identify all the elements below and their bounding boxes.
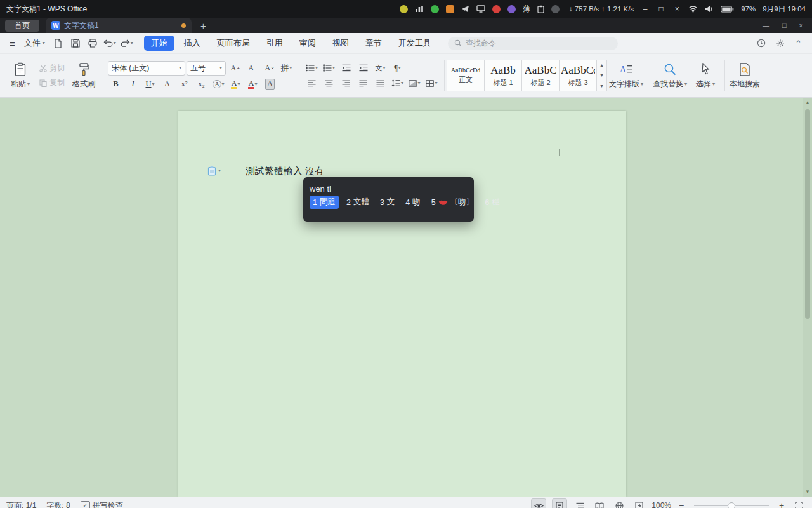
ime-candidate-1[interactable]: 1問題 xyxy=(310,196,339,209)
increase-indent-button[interactable] xyxy=(355,62,371,74)
sync-status-icon[interactable] xyxy=(757,39,766,48)
fullscreen-icon[interactable] xyxy=(792,499,806,508)
decrease-font-size-button[interactable]: A- xyxy=(244,62,260,74)
word-count[interactable]: 字数: 8 xyxy=(46,500,70,508)
window-minimize-icon[interactable]: — xyxy=(763,22,769,29)
select-button[interactable]: 选择▾ xyxy=(689,56,722,95)
collapse-ribbon-icon[interactable]: ⌃ xyxy=(795,39,802,48)
panel-maximize-icon[interactable]: □ xyxy=(657,4,665,13)
redo-button[interactable]: ▾ xyxy=(119,36,134,50)
style-scroll-down-icon[interactable]: ▼ xyxy=(597,70,606,80)
window-close-icon[interactable]: × xyxy=(799,22,803,29)
style-heading-1[interactable]: AaBb 标题 1 xyxy=(484,60,522,91)
panel-close-icon[interactable]: × xyxy=(672,4,681,13)
style-normal[interactable]: AaBbCcDd 正文 xyxy=(447,60,485,91)
copy-button[interactable]: 复制 xyxy=(39,77,65,88)
highlight-color-button[interactable]: A▾ xyxy=(228,78,244,91)
ribbon-tab-dev-tools[interactable]: 开发工具 xyxy=(391,36,438,51)
font-name-select[interactable]: 宋体 (正文)▾ xyxy=(108,61,185,76)
scrollbar-thumb[interactable] xyxy=(805,109,810,319)
battery-icon[interactable] xyxy=(721,6,734,13)
font-size-select[interactable]: 五号▾ xyxy=(187,61,226,76)
tray-app-orange-icon[interactable] xyxy=(446,5,454,13)
ribbon-tab-home[interactable]: 开始 xyxy=(144,36,174,51)
command-search-box[interactable]: 查找命令 xyxy=(448,37,618,50)
tray-clipboard-icon[interactable] xyxy=(537,5,544,13)
save-button[interactable] xyxy=(68,36,83,50)
tray-display-icon[interactable] xyxy=(476,5,485,13)
align-right-button[interactable] xyxy=(338,77,354,90)
print-button[interactable] xyxy=(85,36,100,50)
fit-page-icon[interactable] xyxy=(632,499,646,508)
window-maximize-icon[interactable]: □ xyxy=(782,22,787,29)
bullet-list-button[interactable]: ▾ xyxy=(304,62,320,74)
wifi-icon[interactable] xyxy=(688,5,698,13)
ribbon-tab-section[interactable]: 章节 xyxy=(358,36,389,51)
borders-button[interactable]: ▾ xyxy=(424,77,440,90)
zoom-level[interactable]: 100% xyxy=(652,501,671,508)
paste-options-button[interactable]: ▾ xyxy=(207,166,221,176)
distribute-button[interactable] xyxy=(372,77,388,90)
tray-app-purple-icon[interactable] xyxy=(508,5,516,13)
outline-view-icon[interactable] xyxy=(573,499,587,508)
shading-button[interactable]: ▾ xyxy=(407,77,422,90)
volume-icon[interactable] xyxy=(705,5,714,13)
local-search-button[interactable]: 本地搜索 xyxy=(728,56,762,95)
ime-candidate-3[interactable]: 3文 xyxy=(377,196,398,209)
ribbon-tab-view[interactable]: 视图 xyxy=(325,36,356,51)
bold-button[interactable]: B xyxy=(108,78,124,91)
ime-candidate-5[interactable]: 5〔吻〕 xyxy=(428,196,477,209)
tray-app-yellow-icon[interactable] xyxy=(400,5,408,13)
settings-gear-icon[interactable] xyxy=(776,39,785,48)
tray-app-red-icon[interactable] xyxy=(492,5,501,13)
spellcheck-button[interactable]: ✓ 拼写检查 xyxy=(81,500,123,508)
text-layout-button[interactable]: A 文字排版▾ xyxy=(607,56,645,95)
undo-button[interactable]: ▾ xyxy=(102,36,117,50)
numbered-list-button[interactable]: ▾ xyxy=(321,62,337,74)
asian-layout-button[interactable]: 文▾ xyxy=(372,62,388,74)
new-tab-button[interactable]: + xyxy=(200,21,206,30)
web-layout-icon[interactable] xyxy=(612,499,626,508)
justify-button[interactable] xyxy=(355,77,371,90)
ribbon-tab-insert[interactable]: 插入 xyxy=(177,36,207,51)
character-shading-button[interactable]: A xyxy=(262,78,278,91)
document-tab[interactable]: W 文字文稿1 xyxy=(46,18,192,33)
eye-protection-icon[interactable] xyxy=(531,498,546,508)
strikethrough-button[interactable]: A xyxy=(159,78,175,91)
text-effects-button[interactable]: A▾ xyxy=(211,78,226,91)
tray-app-bo-icon[interactable]: 薄 xyxy=(523,4,530,15)
style-gallery-more-icon[interactable]: ▼ xyxy=(597,81,606,91)
vertical-scrollbar[interactable]: ▲ ▼ xyxy=(803,98,812,497)
style-heading-2[interactable]: AaBbC 标题 2 xyxy=(521,60,560,91)
find-replace-button[interactable]: 查找替换▾ xyxy=(651,56,689,95)
zoom-slider[interactable] xyxy=(694,505,769,506)
show-paragraph-marks-button[interactable]: ¶▾ xyxy=(390,62,405,74)
zoom-out-button[interactable]: − xyxy=(677,500,686,508)
read-mode-icon[interactable] xyxy=(593,499,606,508)
clear-formatting-button[interactable]: A× xyxy=(261,62,277,74)
underline-button[interactable]: U▾ xyxy=(142,78,158,91)
document-canvas[interactable]: ▾ 測試繁體輸入 沒有 wen ti 1問題 2文體 3文 4吻 5〔吻〕 6穩… xyxy=(0,98,812,497)
zoom-in-button[interactable]: + xyxy=(777,500,786,508)
scroll-up-icon[interactable]: ▲ xyxy=(803,100,812,105)
phonetic-guide-button[interactable]: 拼▾ xyxy=(278,62,294,74)
tray-activity-icon[interactable] xyxy=(415,5,424,13)
hamburger-menu-icon[interactable]: ≡ xyxy=(6,38,18,49)
page-indicator[interactable]: 页面: 1/1 xyxy=(6,500,36,508)
tray-app-dark-icon[interactable] xyxy=(551,5,560,13)
superscript-button[interactable]: x² xyxy=(176,78,192,91)
zoom-slider-thumb[interactable] xyxy=(728,502,735,508)
home-tab[interactable]: 首页 xyxy=(5,20,39,32)
new-document-button[interactable] xyxy=(51,36,66,50)
format-painter-button[interactable]: 格式刷 xyxy=(67,56,100,95)
increase-font-size-button[interactable]: A+ xyxy=(227,62,243,74)
tray-app-green-icon[interactable] xyxy=(431,5,439,13)
ribbon-tab-review[interactable]: 审阅 xyxy=(292,36,323,51)
panel-minimize-icon[interactable]: – xyxy=(641,4,650,13)
paste-button[interactable]: 粘贴▾ xyxy=(4,56,37,95)
ribbon-tab-references[interactable]: 引用 xyxy=(259,36,290,51)
subscript-button[interactable]: x₂ xyxy=(193,78,209,91)
font-color-button[interactable]: A▾ xyxy=(245,78,261,91)
decrease-indent-button[interactable] xyxy=(338,62,354,74)
style-scroll-up-icon[interactable]: ▲ xyxy=(597,60,606,70)
